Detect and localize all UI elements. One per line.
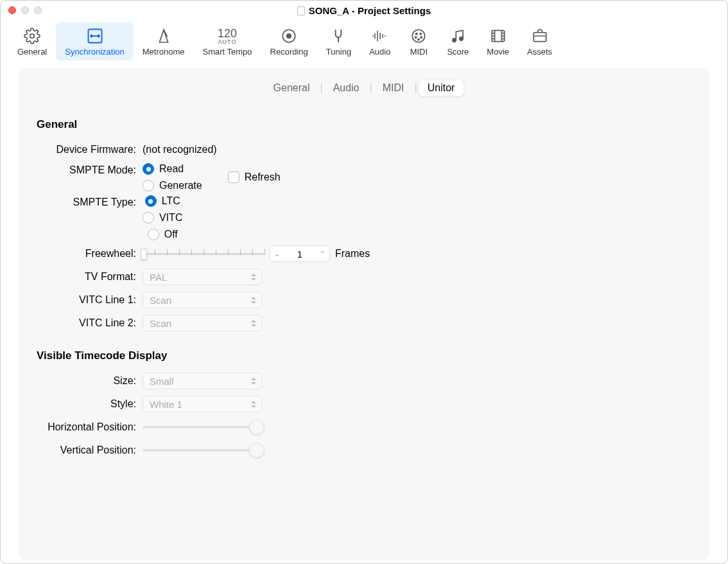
toolbar-tab-audio[interactable]: Audio <box>360 22 399 60</box>
size-label: Size: <box>37 375 143 387</box>
window-controls <box>8 6 42 14</box>
vitc2-select[interactable]: Scan <box>143 315 262 331</box>
vitc1-label: VITC Line 1: <box>37 294 143 306</box>
freewheel-label: Freewheel: <box>37 248 143 260</box>
svg-point-3 <box>287 34 291 39</box>
updown-caret-icon <box>251 274 256 281</box>
svg-point-5 <box>415 37 417 38</box>
toolbar-tab-movie[interactable]: Movie <box>478 22 518 60</box>
checkbox-icon <box>228 172 239 183</box>
chevron-up-icon[interactable]: ⌃ <box>320 250 325 258</box>
slider-thumb[interactable] <box>249 419 264 435</box>
toolbar-tab-score[interactable]: Score <box>438 22 478 60</box>
toolbar-tab-tuning[interactable]: Tuning <box>317 22 360 60</box>
tv-format-select[interactable]: PAL <box>143 269 262 285</box>
radio-icon <box>143 180 154 191</box>
document-icon <box>297 6 305 15</box>
slider-thumb[interactable] <box>249 443 264 458</box>
svg-point-6 <box>421 37 422 38</box>
freewheel-stepper[interactable]: ⌄ 1 ⌃ <box>270 245 330 262</box>
window: SONG_A - Project Settings General Synchr… <box>0 0 728 564</box>
toolbar-tab-assets[interactable]: Assets <box>518 22 561 60</box>
subtabs: General | Audio | MIDI | Unitor <box>264 80 464 96</box>
updown-caret-icon <box>251 320 256 327</box>
toolbar-tab-recording[interactable]: Recording <box>261 22 317 60</box>
chevron-down-icon[interactable]: ⌄ <box>274 250 280 258</box>
freewheel-slider[interactable] <box>143 247 264 260</box>
vpos-label: Vertical Position: <box>37 445 143 456</box>
window-title: SONG_A - Project Settings <box>297 3 431 16</box>
updown-caret-icon <box>251 297 256 304</box>
gear-icon <box>24 26 40 46</box>
section-heading-general: General <box>37 118 691 131</box>
smpte-type-label: SMPTE Type: <box>37 195 143 208</box>
close-button[interactable] <box>8 6 16 14</box>
toolbar-tab-general[interactable]: General <box>8 22 56 60</box>
style-label: Style: <box>37 398 143 410</box>
updown-caret-icon <box>251 401 256 408</box>
section-timecode: Visible Timecode Display Size: Small Sty… <box>37 349 691 460</box>
svg-point-0 <box>30 34 35 39</box>
size-select[interactable]: Small <box>143 373 262 389</box>
smpte-type-ltc[interactable]: LTC <box>145 195 180 207</box>
radio-icon <box>148 229 159 240</box>
window-title-text: SONG_A - Project Settings <box>309 5 431 16</box>
svg-point-7 <box>416 33 417 35</box>
radio-icon <box>143 163 154 175</box>
toolbar: General Synchronization Metronome 120 AU… <box>1 19 727 66</box>
titlebar: SONG_A - Project Settings <box>1 1 727 19</box>
smpte-type-off[interactable]: Off <box>148 229 178 240</box>
metronome-icon <box>155 26 172 46</box>
briefcase-icon <box>532 26 548 46</box>
toolbar-tab-smart-tempo[interactable]: 120 AUTO Smart Tempo <box>194 22 261 60</box>
smpte-mode-generate[interactable]: Generate <box>143 180 202 191</box>
tuning-fork-icon <box>330 26 347 46</box>
subtab-audio[interactable]: Audio <box>324 80 368 96</box>
smpte-type-vitc[interactable]: VITC <box>143 212 182 224</box>
hpos-label: Horizontal Position: <box>37 421 143 433</box>
freewheel-unit: Frames <box>335 248 370 260</box>
svg-point-8 <box>420 33 422 35</box>
updown-caret-icon <box>251 378 256 385</box>
toolbar-tab-midi[interactable]: MIDI <box>399 22 438 60</box>
toolbar-tab-synchronization[interactable]: Synchronization <box>56 22 134 60</box>
vpos-slider[interactable] <box>143 443 264 458</box>
device-firmware-value: (not recognized) <box>143 144 217 155</box>
toolbar-tab-metronome[interactable]: Metronome <box>134 22 194 60</box>
radio-icon <box>145 195 157 207</box>
film-icon <box>490 26 507 46</box>
vitc2-label: VITC Line 2: <box>37 317 143 329</box>
slider-thumb[interactable] <box>141 249 147 260</box>
minimize-button[interactable] <box>21 6 29 14</box>
device-firmware-label: Device Firmware: <box>37 144 143 155</box>
music-notes-icon <box>449 26 466 46</box>
section-heading-timecode: Visible Timecode Display <box>37 349 691 362</box>
content-area: General | Audio | MIDI | Unitor General … <box>19 68 709 560</box>
subtab-midi[interactable]: MIDI <box>374 80 413 96</box>
section-general: General Device Firmware: (not recognized… <box>37 118 691 333</box>
smpte-mode-label: SMPTE Mode: <box>37 163 143 176</box>
subtab-general[interactable]: General <box>264 80 319 96</box>
tv-format-label: TV Format: <box>37 271 143 283</box>
hpos-slider[interactable] <box>143 419 264 435</box>
tempo-icon: 120 AUTO <box>218 26 237 46</box>
smpte-mode-refresh[interactable]: Refresh <box>228 172 281 183</box>
record-icon <box>281 26 297 46</box>
vitc1-select[interactable]: Scan <box>143 292 262 308</box>
style-select[interactable]: White 1 <box>143 396 262 412</box>
sync-icon <box>86 26 104 46</box>
waveform-icon <box>371 26 389 46</box>
smpte-mode-read[interactable]: Read <box>143 163 202 175</box>
svg-point-9 <box>418 39 419 40</box>
midi-icon <box>410 26 427 46</box>
svg-rect-13 <box>533 33 546 42</box>
radio-icon <box>143 212 154 224</box>
zoom-button[interactable] <box>34 6 42 14</box>
subtab-unitor[interactable]: Unitor <box>419 80 464 96</box>
